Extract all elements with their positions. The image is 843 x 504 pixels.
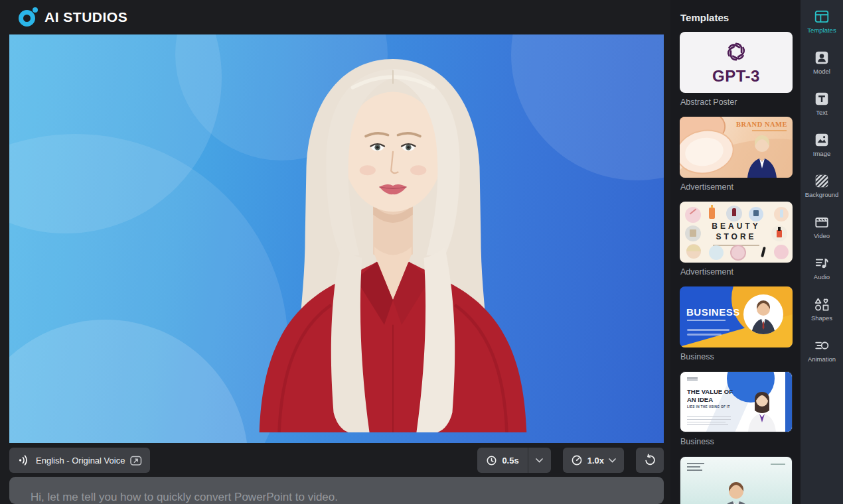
presenter-figure [714, 482, 758, 504]
cosmetic-icon [774, 245, 789, 259]
nav-item-templates[interactable]: Templates [807, 9, 836, 34]
business-title-text: BUSINESS [686, 306, 740, 318]
voice-selector-button[interactable]: English - Original Voice [9, 448, 150, 473]
nav-item-label: Audio [814, 273, 830, 281]
nail-polish-cap [778, 227, 781, 231]
nav-item-label: Video [814, 232, 830, 239]
template-item-business-2[interactable]: THE VALUE OF AN IDEA LIES IN THE USING O… [680, 371, 793, 447]
nav-item-model[interactable]: Model [813, 50, 830, 75]
text-line [687, 463, 704, 464]
template-thumbnail-gpt3[interactable]: GPT-3 [680, 32, 793, 93]
lipstick-icon [732, 208, 736, 216]
editor-area: AI STUDIOS [0, 0, 670, 504]
brand-title: AI STUDIOS [44, 9, 127, 25]
panel-title: Templates [680, 12, 793, 23]
template-item-business-1[interactable]: BUSINESS Business [680, 286, 793, 362]
presenter-figure [744, 391, 780, 432]
shapes-icon [814, 296, 830, 312]
value-subtitle-text: LIES IN THE USING OF IT [687, 405, 740, 409]
bag-icon [690, 229, 696, 237]
template-thumbnail-brand-name[interactable]: BRAND NAME [680, 117, 793, 178]
paragraph-line [687, 424, 728, 426]
template-label: Advertisement [680, 267, 793, 277]
ai-studios-logo-icon[interactable] [19, 7, 38, 27]
bottle-cap [711, 205, 713, 208]
speed-value: 1.0x [587, 456, 604, 466]
template-item-advertisement-1[interactable]: BRAND NAME Advertisement [680, 117, 793, 192]
template-thumbnail-business[interactable]: BUSINESS [680, 286, 793, 347]
presenter-photo-circle [743, 294, 783, 334]
text-line [687, 466, 700, 468]
template-thumbnail-product[interactable] [680, 456, 793, 504]
templates-panel: Templates GPT-3 Abstract Poster [670, 0, 801, 504]
script-text: Hi, let me tell you how to quickly conve… [31, 491, 338, 503]
value-title-text: THE VALUE OF AN IDEA [687, 388, 739, 404]
template-thumbnail-beauty-store[interactable]: BEAUTY STORE [680, 202, 793, 263]
template-item-advertisement-2[interactable]: BEAUTY STORE Advertisement [680, 202, 793, 277]
image-icon [814, 132, 830, 148]
pause-dropdown-button[interactable] [528, 448, 551, 473]
nav-item-audio[interactable]: Audio [814, 255, 830, 281]
logo-dot [33, 7, 38, 13]
model-icon [814, 50, 830, 66]
template-label: Advertisement [680, 182, 793, 192]
paragraph-line [687, 419, 731, 420]
templates-icon [814, 9, 830, 25]
nav-item-image[interactable]: Image [813, 132, 830, 157]
clock-icon [486, 455, 497, 466]
ai-avatar[interactable] [238, 38, 548, 443]
nav-item-label: Background [805, 191, 839, 198]
contact-row [687, 329, 729, 331]
script-text-input[interactable]: Hi, let me tell you how to quickly conve… [9, 477, 664, 504]
template-item-partial[interactable] [680, 456, 793, 504]
playback-controls-bar: English - Original Voice 0.5s [9, 448, 664, 473]
business-subline [687, 320, 726, 321]
right-sidebar-nav: Templates Model Text [801, 0, 843, 504]
video-icon [814, 214, 830, 230]
chevron-down-icon [536, 458, 543, 463]
pause-duration-value[interactable]: 0.5s [477, 448, 527, 473]
nav-item-background[interactable]: Background [805, 173, 839, 198]
video-preview-canvas[interactable] [9, 34, 664, 443]
compact-icon [730, 245, 746, 261]
reset-button[interactable] [636, 448, 664, 473]
nav-item-label: Text [816, 109, 827, 116]
paragraph-line [687, 416, 731, 418]
cosmetic-icon [709, 245, 724, 260]
voice-icon [17, 454, 31, 467]
speed-gauge-icon [571, 454, 583, 466]
background-icon [814, 173, 830, 189]
mini-logo-lines [687, 377, 698, 379]
nav-item-label: Animation [808, 355, 836, 363]
nav-item-shapes[interactable]: Shapes [811, 296, 832, 322]
template-thumbnail-value-of-idea[interactable]: THE VALUE OF AN IDEA LIES IN THE USING O… [680, 371, 793, 432]
blue-bar-shape [785, 372, 792, 432]
nav-item-label: Templates [807, 27, 836, 34]
voice-label: English - Original Voice [36, 456, 125, 466]
reset-icon [643, 454, 656, 467]
nav-item-label: Image [813, 150, 830, 157]
logo-ring [19, 10, 35, 27]
template-label: Business [680, 437, 793, 447]
text-icon [814, 91, 830, 107]
chevron-down-icon [609, 458, 616, 463]
paragraph-line [687, 422, 726, 423]
nav-item-text[interactable]: Text [814, 91, 830, 116]
text-line [687, 470, 702, 471]
dropper-icon [780, 210, 783, 218]
perfume-icon [753, 210, 759, 216]
template-item-abstract-poster[interactable]: GPT-3 Abstract Poster [680, 32, 793, 107]
open-voice-panel-icon [130, 455, 142, 466]
brand-subline [752, 130, 787, 131]
contact-row [687, 334, 722, 336]
mascara-icon [761, 247, 766, 257]
nav-item-animation[interactable]: Animation [808, 338, 836, 363]
animation-icon [814, 338, 830, 353]
openai-logo-icon [724, 40, 748, 64]
text-line [771, 464, 785, 465]
presenter-figure [742, 134, 782, 178]
speed-control-button[interactable]: 1.0x [563, 448, 624, 473]
cosmetic-icon [685, 207, 701, 223]
pause-duration-control: 0.5s [477, 448, 550, 473]
nav-item-video[interactable]: Video [814, 214, 830, 239]
